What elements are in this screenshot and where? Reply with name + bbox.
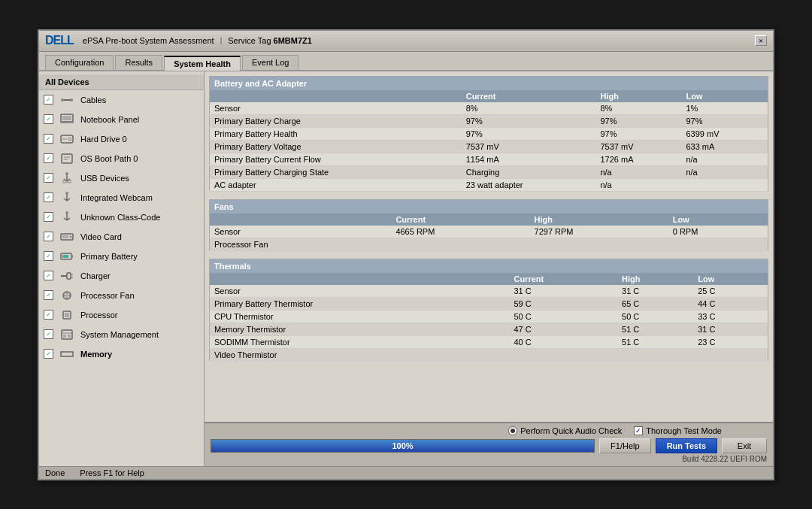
checkbox-primary-battery[interactable]: ✓ <box>44 251 53 261</box>
status-right: Press F1 for Help <box>80 468 144 477</box>
label-video-card: Video Card <box>80 232 122 241</box>
service-tag-value: 6MBM7Z1 <box>271 36 312 45</box>
sidebar-item-os-boot-path[interactable]: ✓ OS Boot Path 0 <box>39 149 204 168</box>
table-row: Sensor 4665 RPM 7297 RPM 0 RPM <box>210 226 768 238</box>
label-primary-battery: Primary Battery <box>80 252 138 261</box>
system-management-icon <box>58 327 76 342</box>
table-row: Primary Battery Thermistor 59 C 65 C 44 … <box>210 297 768 310</box>
progress-text: 100% <box>211 441 594 450</box>
battery-header-row: Current High Low <box>210 90 768 102</box>
table-row: Primary Battery Charging State Charging … <box>210 165 768 178</box>
label-cables: Cables <box>80 95 106 105</box>
checkbox-usb-devices[interactable]: ✓ <box>44 173 53 183</box>
label-processor: Processor <box>80 311 118 320</box>
thorough-mode-option[interactable]: ✓ Thorough Test Mode <box>634 426 722 435</box>
svg-rect-5 <box>60 122 74 123</box>
checkbox-memory[interactable]: ✓ <box>44 349 53 359</box>
cable-icon <box>58 92 76 108</box>
sidebar-item-processor-fan[interactable]: ✓ Processor Fan <box>39 286 204 305</box>
svg-point-7 <box>68 138 71 141</box>
checkbox-unknown-class[interactable]: ✓ <box>44 212 53 222</box>
title-separator: | <box>219 36 224 45</box>
battery-icon <box>58 249 76 264</box>
close-button[interactable]: ✕ <box>755 35 767 46</box>
sidebar-item-notebook-panel[interactable]: ✓ Notebook Panel <box>39 110 204 129</box>
table-row: Processor Fan <box>210 238 768 250</box>
progress-bar: 100% <box>211 439 595 453</box>
build-info: Build 4228.22 UEFI ROM <box>211 455 767 463</box>
table-row: Primary Battery Charge 97% 97% 97% <box>210 114 768 127</box>
sidebar-item-cables[interactable]: ✓ Cables <box>39 90 204 110</box>
svg-rect-14 <box>68 180 71 183</box>
sidebar-item-memory[interactable]: ✓ Memory <box>39 344 204 364</box>
checkbox-video-card[interactable]: ✓ <box>44 232 53 241</box>
tab-results[interactable]: Results <box>115 55 162 70</box>
svg-rect-40 <box>68 335 71 338</box>
thermals-section-title: Thermals <box>210 259 768 273</box>
charger-icon <box>58 268 76 283</box>
sidebar-item-integrated-webcam[interactable]: ✓ Integrated Webcam <box>39 188 204 208</box>
thorough-mode-checkbox[interactable]: ✓ <box>634 426 643 435</box>
notebook-panel-icon <box>58 112 76 127</box>
thermals-table: Thermals Current High Low Sensor 31 C 31… <box>209 259 768 362</box>
sidebar-item-charger[interactable]: ✓ Charger <box>39 266 204 286</box>
table-row: Sensor 8% 8% 1% <box>210 102 768 115</box>
label-memory: Memory <box>80 350 112 359</box>
table-row: Primary Battery Voltage 7537 mV 7537 mV … <box>210 140 768 153</box>
table-row: Primary Battery Health 97% 97% 6399 mV <box>210 127 768 140</box>
table-row: AC adapter 23 watt adapter n/a <box>210 178 768 191</box>
tab-bar: Configuration Results System Health Even… <box>39 52 773 71</box>
video-card-icon <box>58 229 76 244</box>
app-title: ePSA Pre-boot System Assessment <box>83 36 214 45</box>
table-row: Sensor 31 C 31 C 25 C <box>210 285 768 298</box>
os-boot-icon <box>58 151 76 166</box>
checkbox-charger[interactable]: ✓ <box>44 271 53 280</box>
checkbox-os-boot-path[interactable]: ✓ <box>44 153 53 163</box>
audio-check-radio[interactable] <box>508 426 517 435</box>
tab-event-log[interactable]: Event Log <box>242 55 299 70</box>
svg-rect-41 <box>61 352 73 356</box>
tab-configuration[interactable]: Configuration <box>45 55 114 70</box>
status-left: Done <box>45 468 65 477</box>
checkbox-hard-drive[interactable]: ✓ <box>44 134 53 144</box>
sidebar-item-processor[interactable]: ✓ Processor <box>39 305 204 325</box>
sidebar-item-hard-drive[interactable]: ✓ Hard Drive 0 <box>39 129 204 149</box>
svg-rect-22 <box>62 255 68 258</box>
audio-check-option[interactable]: Perform Quick Audio Check <box>508 426 622 435</box>
tab-system-health[interactable]: System Health <box>164 56 241 71</box>
run-tests-button[interactable]: Run Tests <box>656 438 717 453</box>
checkbox-processor[interactable]: ✓ <box>44 310 53 320</box>
checkbox-system-management[interactable]: ✓ <box>44 329 53 339</box>
checkbox-notebook-panel[interactable]: ✓ <box>44 114 53 124</box>
bottom-area: Perform Quick Audio Check ✓ Thorough Tes… <box>205 422 773 466</box>
svg-point-28 <box>65 294 68 297</box>
table-row: CPU Thermistor 50 C 50 C 33 C <box>210 310 768 323</box>
checkbox-processor-fan[interactable]: ✓ <box>44 290 53 300</box>
main-window: DELL ePSA Pre-boot System Assessment | S… <box>38 29 774 480</box>
svg-rect-21 <box>71 255 73 258</box>
fans-header-row: Current High Low <box>210 214 768 226</box>
checkbox-cables[interactable]: ✓ <box>44 95 53 105</box>
exit-button[interactable]: Exit <box>722 438 767 453</box>
sidebar-title: All Devices <box>39 74 204 90</box>
unknown-class-icon <box>58 210 76 225</box>
status-bar: Done Press F1 for Help <box>39 466 773 479</box>
sidebar-item-system-management[interactable]: ✓ System Management <box>39 325 204 344</box>
table-row: Primary Battery Current Flow 1154 mA 172… <box>210 153 768 165</box>
thorough-mode-label: Thorough Test Mode <box>646 426 722 435</box>
svg-rect-13 <box>63 180 66 183</box>
checkbox-integrated-webcam[interactable]: ✓ <box>44 192 53 202</box>
svg-rect-18 <box>62 235 68 238</box>
label-hard-drive: Hard Drive 0 <box>80 135 127 144</box>
sidebar-item-video-card[interactable]: ✓ Video Card <box>39 227 204 247</box>
sidebar-item-unknown-class[interactable]: ✓ Unknown Class-Code <box>39 208 204 227</box>
sidebar-item-usb-devices[interactable]: ✓ USB Devices <box>39 168 204 188</box>
dell-logo: DELL <box>45 34 74 47</box>
content-area: Battery and AC Adapter Current High Low … <box>205 71 773 466</box>
table-row: SODIMM Thermistor 40 C 51 C 23 C <box>210 335 768 348</box>
sidebar-item-primary-battery[interactable]: ✓ Primary Battery <box>39 247 204 266</box>
service-tag-label: Service Tag <box>228 36 271 45</box>
f1-help-button[interactable]: F1/Help <box>599 438 651 453</box>
usb-icon <box>58 171 76 186</box>
svg-rect-39 <box>63 335 66 338</box>
